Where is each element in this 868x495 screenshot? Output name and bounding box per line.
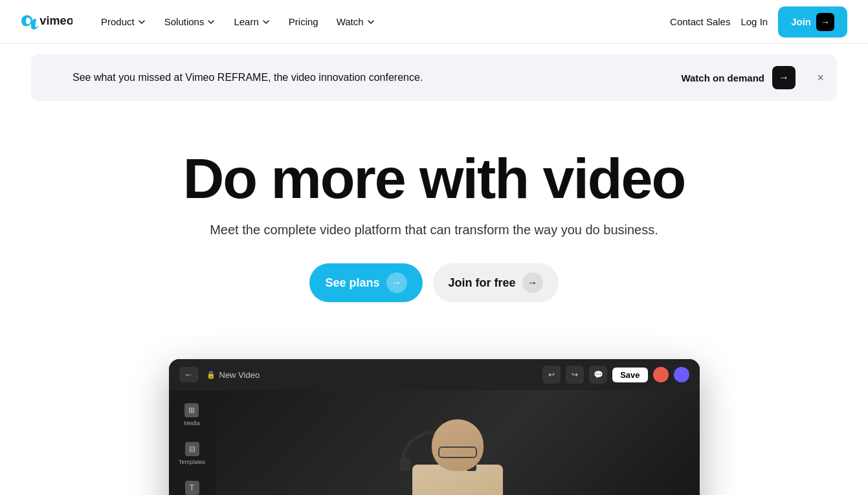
app-title-text: New Video [219, 370, 260, 380]
join-label: Join [791, 16, 811, 27]
banner-cta: Watch on demand → [681, 66, 796, 89]
templates-icon: ⊟ [185, 442, 199, 456]
app-back-button[interactable]: ← [179, 367, 199, 382]
see-plans-label: See plans [325, 276, 379, 290]
hero-buttons: See plans → Join for free → [13, 263, 855, 302]
app-window: ← 🔒 New Video ↩ ↪ 💬 Save ⊞ Med [169, 359, 700, 495]
banner-cta-label: Watch on demand [681, 72, 764, 83]
join-arrow-icon: → [816, 13, 834, 31]
chevron-down-icon [137, 17, 146, 27]
login-link[interactable]: Log In [740, 16, 768, 27]
nav-watch[interactable]: Watch [329, 11, 383, 32]
app-preview: ← 🔒 New Video ↩ ↪ 💬 Save ⊞ Med [0, 359, 868, 495]
banner-cta-button[interactable]: → [772, 66, 796, 89]
chevron-down-icon [206, 17, 216, 27]
logo[interactable]: vimeo [21, 12, 72, 32]
app-titlebar-right: ↩ ↪ 💬 Save [542, 366, 689, 384]
sidebar-tool-templates[interactable]: ⊟ Templates [175, 437, 209, 470]
see-plans-button[interactable]: See plans → [309, 263, 422, 302]
hero-section: Do more with video Meet the complete vid… [0, 111, 868, 359]
nav-learn[interactable]: Learn [226, 11, 278, 32]
avatar-red [653, 367, 669, 382]
navbar: vimeo Product Solutions Learn Pricing Wa… [0, 0, 868, 44]
join-free-button[interactable]: Join for free → [433, 263, 559, 302]
media-label: Media [184, 420, 200, 426]
glasses [438, 446, 477, 458]
nav-links: Product Solutions Learn Pricing Watch [93, 11, 670, 32]
banner-close-button[interactable]: × [817, 71, 824, 85]
person-figure [412, 419, 503, 495]
templates-label: Templates [179, 459, 205, 465]
nav-solutions[interactable]: Solutions [157, 11, 224, 32]
nav-pricing-label: Pricing [289, 16, 318, 27]
banner-text: See what you missed at Vimeo REFRAME, th… [72, 72, 423, 83]
see-plans-arrow-icon: → [386, 272, 407, 293]
nav-product-label: Product [101, 16, 135, 27]
nav-product[interactable]: Product [93, 11, 154, 32]
headphone-left [400, 458, 410, 471]
sidebar-tool-text[interactable]: T Text [181, 476, 203, 495]
join-free-arrow-icon: → [522, 272, 543, 293]
person-head [432, 419, 484, 471]
join-free-label: Join for free [449, 276, 516, 290]
redo-button[interactable]: ↪ [566, 366, 584, 384]
lock-icon: 🔒 [206, 371, 216, 379]
app-canvas [216, 390, 700, 495]
announcement-banner: See what you missed at Vimeo REFRAME, th… [31, 54, 837, 101]
nav-pricing[interactable]: Pricing [281, 11, 326, 32]
join-button[interactable]: Join → [778, 6, 847, 38]
nav-watch-label: Watch [337, 16, 364, 27]
hero-title: Do more with video [13, 150, 855, 207]
video-frame [216, 390, 700, 495]
app-title: 🔒 New Video [206, 370, 260, 380]
nav-solutions-label: Solutions [164, 16, 205, 27]
nav-learn-label: Learn [234, 16, 258, 27]
sidebar-tool-media[interactable]: ⊞ Media [180, 398, 204, 432]
app-body: ⊞ Media ⊟ Templates T Text [169, 390, 700, 495]
comment-button[interactable]: 💬 [589, 366, 607, 384]
undo-button[interactable]: ↩ [542, 366, 561, 384]
save-button[interactable]: Save [612, 368, 647, 382]
app-sidebar: ⊞ Media ⊟ Templates T Text [169, 390, 216, 495]
app-titlebar-left: ← 🔒 New Video [179, 367, 260, 382]
contact-sales-link[interactable]: Contact Sales [670, 16, 730, 27]
app-titlebar: ← 🔒 New Video ↩ ↪ 💬 Save [169, 359, 700, 390]
text-icon: T [185, 481, 199, 495]
chevron-down-icon [262, 17, 271, 27]
media-icon: ⊞ [184, 403, 199, 417]
avatar-blue [674, 367, 689, 382]
nav-right: Contact Sales Log In Join → [670, 6, 847, 38]
chevron-down-icon [366, 17, 375, 27]
svg-text:vimeo: vimeo [39, 14, 72, 27]
hero-subtitle: Meet the complete video platform that ca… [13, 223, 855, 237]
